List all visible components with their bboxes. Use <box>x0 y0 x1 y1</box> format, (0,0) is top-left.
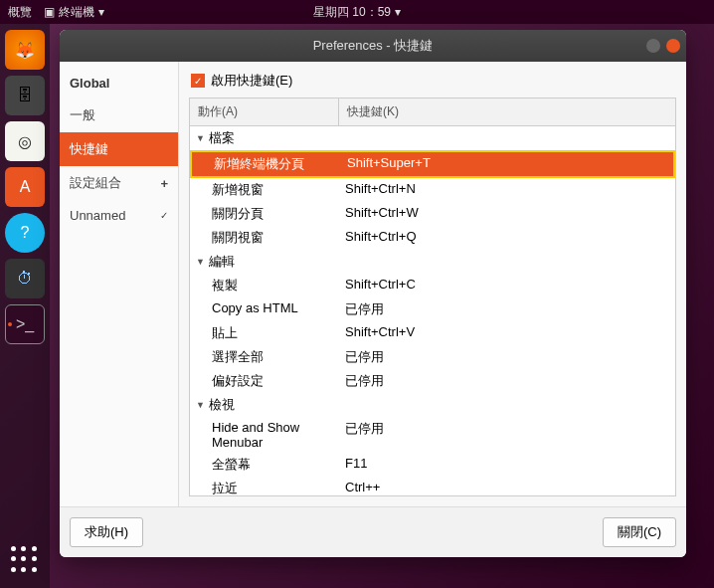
app-menu-label: 終端機 <box>59 4 94 21</box>
shortcut-cell: Shift+Ctrl+W <box>339 202 675 226</box>
dock-firefox-icon[interactable]: 🦊 <box>5 30 45 70</box>
sidebar-item-label: 快捷鍵 <box>70 140 108 158</box>
action-cell: Copy as HTML <box>190 297 339 321</box>
action-cell: Hide and Show Menubar <box>190 417 339 453</box>
clock-text: 星期四 10：59 <box>313 4 391 21</box>
shortcut-cell: 已停用 <box>339 369 675 393</box>
sidebar-item-label: 設定組合 <box>70 174 121 192</box>
shortcut-row[interactable]: 複製Shift+Ctrl+C <box>190 274 675 297</box>
sidebar-item[interactable]: 一般 <box>60 98 178 132</box>
action-cell: 新增視窗 <box>190 178 339 202</box>
sidebar-item-label: Unnamed <box>70 208 125 223</box>
enable-shortcuts-checkbox[interactable]: ✓ <box>191 74 205 88</box>
tree-section-header[interactable]: ▼檔案 <box>190 126 675 150</box>
app-menu[interactable]: ▣ 終端機 ▾ <box>44 4 104 21</box>
dock-terminal-icon[interactable]: >_ <box>5 304 45 344</box>
section-label: 檔案 <box>209 129 235 147</box>
titlebar[interactable]: Preferences - 快捷鍵 <box>60 30 686 62</box>
action-cell: 偏好設定 <box>190 369 339 393</box>
shortcut-row[interactable]: 新增終端機分頁Shift+Super+T <box>190 150 675 178</box>
shortcut-row[interactable]: 偏好設定已停用 <box>190 369 675 393</box>
system-topbar: 概覽 ▣ 終端機 ▾ 星期四 10：59 ▾ <box>0 0 714 24</box>
action-cell: 關閉分頁 <box>190 202 339 226</box>
preferences-window: Preferences - 快捷鍵 Global 一般快捷鍵設定組合+Unnam… <box>60 30 686 557</box>
action-cell: 關閉視窗 <box>190 226 339 250</box>
sidebar-item[interactable]: 設定組合+ <box>60 166 178 200</box>
dock: 🦊 🗄 ◎ A ? ⏱ >_ <box>0 24 50 588</box>
add-profile-icon[interactable]: + <box>160 176 168 191</box>
activities-button[interactable]: 概覽 <box>8 4 32 21</box>
action-cell: 選擇全部 <box>190 345 339 369</box>
expand-icon: ▼ <box>196 133 205 143</box>
tree-section-header[interactable]: ▼編輯 <box>190 250 675 274</box>
shortcut-row[interactable]: 拉近Ctrl++ <box>190 477 675 496</box>
shortcut-cell: Shift+Ctrl+V <box>339 321 675 345</box>
close-dialog-button[interactable]: 關閉(C) <box>603 517 676 547</box>
expand-icon: ▼ <box>196 257 205 267</box>
shortcut-row[interactable]: 貼上Shift+Ctrl+V <box>190 321 675 345</box>
action-cell: 拉近 <box>190 477 339 496</box>
shortcut-cell: Shift+Super+T <box>341 152 673 176</box>
shortcuts-table: 動作(A) 快捷鍵(K) ▼檔案新增終端機分頁Shift+Super+T新增視窗… <box>189 98 676 496</box>
dock-help-icon[interactable]: ? <box>5 213 45 253</box>
sidebar-item-label: 一般 <box>70 106 95 124</box>
active-indicator <box>8 322 12 326</box>
enable-shortcuts-label: 啟用快捷鍵(E) <box>211 72 292 90</box>
highlighted-row: 新增終端機分頁Shift+Super+T <box>190 150 675 178</box>
sidebar: Global 一般快捷鍵設定組合+Unnamed✓ <box>60 62 179 506</box>
shortcut-row[interactable]: Hide and Show Menubar已停用 <box>190 417 675 453</box>
terminal-small-icon: ▣ <box>44 5 55 19</box>
dock-rhythmbox-icon[interactable]: ◎ <box>5 121 45 161</box>
tree-section-header[interactable]: ▼檢視 <box>190 393 675 417</box>
chevron-down-icon: ▾ <box>98 5 104 19</box>
action-cell: 新增終端機分頁 <box>192 152 341 176</box>
action-cell: 全螢幕 <box>190 453 339 477</box>
shortcut-cell: 已停用 <box>339 297 675 321</box>
expand-icon: ▼ <box>196 400 205 410</box>
column-header-action[interactable]: 動作(A) <box>190 98 339 125</box>
dock-clock-icon[interactable]: ⏱ <box>5 259 45 298</box>
dialog-footer: 求助(H) 關閉(C) <box>60 506 686 557</box>
shortcut-cell: F11 <box>339 453 675 477</box>
shortcut-cell: Shift+Ctrl+Q <box>339 226 675 250</box>
sidebar-header: Global <box>60 68 178 98</box>
help-button[interactable]: 求助(H) <box>70 517 143 547</box>
shortcut-row[interactable]: 關閉分頁Shift+Ctrl+W <box>190 202 675 226</box>
dock-software-icon[interactable]: A <box>5 167 45 207</box>
show-applications-icon[interactable] <box>5 540 45 580</box>
close-button[interactable] <box>666 39 680 53</box>
column-header-shortcut[interactable]: 快捷鍵(K) <box>339 98 675 125</box>
window-title: Preferences - 快捷鍵 <box>313 37 434 55</box>
section-label: 編輯 <box>209 253 235 271</box>
sidebar-item[interactable]: Unnamed✓ <box>60 200 178 231</box>
shortcut-cell: Ctrl++ <box>339 477 675 496</box>
shortcut-row[interactable]: 全螢幕F11 <box>190 453 675 477</box>
shortcut-row[interactable]: 關閉視窗Shift+Ctrl+Q <box>190 226 675 250</box>
shortcut-cell: Shift+Ctrl+C <box>339 274 675 297</box>
dock-files-icon[interactable]: 🗄 <box>5 76 45 115</box>
action-cell: 貼上 <box>190 321 339 345</box>
clock[interactable]: 星期四 10：59 ▾ <box>313 4 401 21</box>
section-label: 檢視 <box>209 396 235 414</box>
default-profile-icon: ✓ <box>160 210 168 221</box>
shortcut-row[interactable]: 選擇全部已停用 <box>190 345 675 369</box>
chevron-down-icon: ▾ <box>395 5 401 19</box>
shortcut-cell: 已停用 <box>339 417 675 453</box>
shortcut-cell: Shift+Ctrl+N <box>339 178 675 202</box>
action-cell: 複製 <box>190 274 339 297</box>
shortcut-row[interactable]: 新增視窗Shift+Ctrl+N <box>190 178 675 202</box>
minimize-button[interactable] <box>646 39 660 53</box>
shortcut-cell: 已停用 <box>339 345 675 369</box>
shortcut-row[interactable]: Copy as HTML已停用 <box>190 297 675 321</box>
sidebar-item[interactable]: 快捷鍵 <box>60 132 178 166</box>
main-panel: ✓ 啟用快捷鍵(E) 動作(A) 快捷鍵(K) ▼檔案新增終端機分頁Shift+… <box>179 62 686 506</box>
